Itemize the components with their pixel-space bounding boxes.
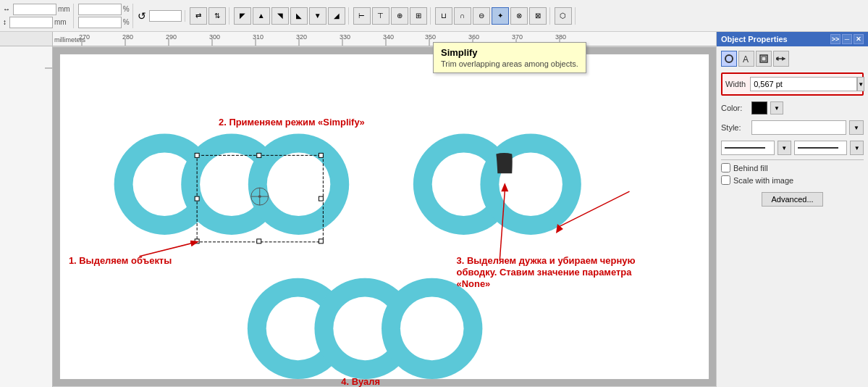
main-canvas: 1. Выделяем объекты 2. Применяем режим «… bbox=[53, 46, 716, 387]
scale-with-image-checkbox[interactable] bbox=[721, 175, 730, 185]
stroke-icon-btn[interactable] bbox=[721, 51, 737, 67]
svg-text:обводку. Ставим значение парам: обводку. Ставим значение параметра bbox=[457, 267, 633, 278]
svg-text:3. Выделяем дужка и убираем че: 3. Выделяем дужка и убираем черную bbox=[457, 255, 636, 266]
coordinates-group: ↔ 16,801 mm mm ↕ 16,87 mm mm bbox=[3, 4, 74, 28]
object-properties-panel: Object Properties >> ─ ✕ A bbox=[716, 32, 868, 387]
svg-text:340: 340 bbox=[383, 33, 394, 41]
size-button[interactable]: ⬡ bbox=[555, 7, 572, 25]
behind-fill-row: Behind fill bbox=[721, 163, 864, 172]
arrows-icon-btn[interactable] bbox=[773, 51, 789, 67]
svg-text:370: 370 bbox=[512, 33, 523, 41]
width-property-row: Width ▼ bbox=[721, 72, 864, 96]
width-dropdown-button[interactable]: ▼ bbox=[857, 77, 864, 91]
size-group: ⬡ bbox=[555, 7, 576, 25]
dist-center-button[interactable]: ⊕ bbox=[391, 7, 408, 25]
simplify-button[interactable]: ✦ bbox=[492, 7, 509, 25]
align-br-button[interactable]: ◢ bbox=[328, 7, 345, 25]
svg-text:1. Выделяем объекты: 1. Выделяем объекты bbox=[69, 255, 172, 266]
svg-rect-41 bbox=[319, 239, 323, 244]
transform-group: ⇄ ⇅ bbox=[190, 7, 229, 25]
panel-minimize-button[interactable]: ─ bbox=[842, 34, 852, 44]
y-unit: mm bbox=[54, 18, 67, 26]
align-bc-button[interactable]: ▼ bbox=[309, 7, 326, 25]
svg-text:2. Применяем режим «Simplify»: 2. Применяем режим «Simplify» bbox=[219, 117, 365, 128]
unite-button[interactable]: ⊔ bbox=[435, 7, 452, 25]
panel-divider bbox=[721, 159, 864, 160]
svg-rect-35 bbox=[257, 153, 261, 157]
flip-h-button[interactable]: ⇄ bbox=[190, 7, 207, 25]
scale-y-unit: % bbox=[123, 18, 130, 26]
svg-text:310: 310 bbox=[253, 33, 264, 41]
color-swatch[interactable] bbox=[751, 101, 767, 115]
svg-text:270: 270 bbox=[79, 33, 90, 41]
dist-v-button[interactable]: ⊤ bbox=[372, 7, 389, 25]
svg-text:«None»: «None» bbox=[457, 278, 491, 289]
style-property-row: Style: ▼ bbox=[721, 120, 864, 135]
dash-end-dropdown[interactable]: ▼ bbox=[850, 141, 864, 155]
svg-rect-34 bbox=[195, 153, 199, 157]
x-unit: mm bbox=[58, 5, 70, 13]
svg-text:380: 380 bbox=[555, 33, 566, 41]
intersect-button[interactable]: ∩ bbox=[454, 7, 471, 25]
flip-v-button[interactable]: ⇅ bbox=[208, 7, 226, 25]
svg-rect-37 bbox=[195, 196, 199, 201]
panel-content: A bbox=[717, 46, 868, 211]
svg-rect-70 bbox=[762, 57, 766, 61]
canvas-area: 1. Выделяем объекты 2. Применяем режим «… bbox=[53, 46, 716, 387]
svg-text:330: 330 bbox=[340, 33, 350, 41]
panel-pin-button[interactable]: >> bbox=[830, 34, 840, 44]
tooltip-description: Trim overlapping areas among objects. bbox=[441, 59, 578, 68]
color-label: Color: bbox=[721, 104, 749, 112]
svg-text:300: 300 bbox=[209, 33, 220, 41]
simplify-tooltip: Simplify Trim overlapping areas among ob… bbox=[433, 42, 586, 73]
dist-space-button[interactable]: ⊞ bbox=[410, 7, 427, 25]
svg-text:280: 280 bbox=[122, 33, 133, 41]
align-bl-button[interactable]: ◣ bbox=[290, 7, 308, 25]
subtract-button[interactable]: ⊖ bbox=[473, 7, 490, 25]
panel-icon-row: A bbox=[721, 51, 864, 67]
scale-y-input[interactable]: 100,0 bbox=[78, 17, 122, 28]
align-tc-button[interactable]: ▲ bbox=[253, 7, 270, 25]
main-toolbar: ↔ 16,801 mm mm ↕ 16,87 mm mm 100,0 % 100… bbox=[0, 0, 868, 32]
style-select[interactable] bbox=[751, 120, 846, 135]
svg-text:350: 350 bbox=[425, 33, 436, 41]
tooltip-title: Simplify bbox=[441, 47, 578, 58]
panel-title: Object Properties bbox=[721, 35, 788, 43]
scale-with-image-row: Scale with image bbox=[721, 175, 864, 185]
ruler-corner bbox=[0, 32, 53, 46]
divide-button[interactable]: ⊠ bbox=[529, 7, 547, 25]
svg-rect-38 bbox=[319, 196, 323, 201]
dash-start-select[interactable] bbox=[721, 141, 775, 155]
dash-end-select[interactable] bbox=[794, 141, 848, 155]
align-tr-button[interactable]: ◥ bbox=[271, 7, 289, 25]
align-tl-button[interactable]: ◤ bbox=[234, 7, 251, 25]
scale-x-input[interactable]: 100,0 bbox=[78, 4, 122, 15]
panel-title-bar: Object Properties >> ─ ✕ bbox=[717, 32, 868, 46]
dash-row-1: ▼ ▼ bbox=[721, 141, 864, 155]
panel-close-button[interactable]: ✕ bbox=[854, 34, 864, 44]
svg-text:290: 290 bbox=[166, 33, 177, 41]
ruler-left bbox=[0, 46, 53, 387]
svg-text:320: 320 bbox=[296, 33, 307, 41]
style-label: Style: bbox=[721, 123, 749, 132]
svg-text:A: A bbox=[743, 54, 749, 64]
behind-fill-checkbox[interactable] bbox=[721, 163, 730, 172]
svg-point-67 bbox=[725, 55, 733, 62]
exclude-button[interactable]: ⊗ bbox=[510, 7, 528, 25]
svg-rect-40 bbox=[257, 239, 261, 244]
advanced-button[interactable]: Advanced... bbox=[762, 192, 822, 207]
style-dropdown-button[interactable]: ▼ bbox=[849, 120, 864, 135]
dash-start-dropdown[interactable]: ▼ bbox=[778, 141, 791, 155]
svg-rect-36 bbox=[319, 153, 323, 157]
scale-x-unit: % bbox=[123, 5, 130, 13]
dist-h-button[interactable]: ⊢ bbox=[353, 7, 371, 25]
svg-point-45 bbox=[258, 195, 261, 198]
rotation-input[interactable]: 0,0 bbox=[149, 10, 182, 22]
frame-icon-btn[interactable] bbox=[756, 51, 772, 67]
text-stroke-icon-btn[interactable]: A bbox=[738, 51, 754, 67]
color-dropdown-button[interactable]: ▼ bbox=[770, 101, 783, 115]
y-coord-input[interactable]: 16,87 mm bbox=[9, 17, 53, 28]
width-input[interactable] bbox=[750, 77, 857, 91]
width-label: Width bbox=[725, 80, 746, 88]
x-coord-input[interactable]: 16,801 mm bbox=[13, 4, 56, 15]
